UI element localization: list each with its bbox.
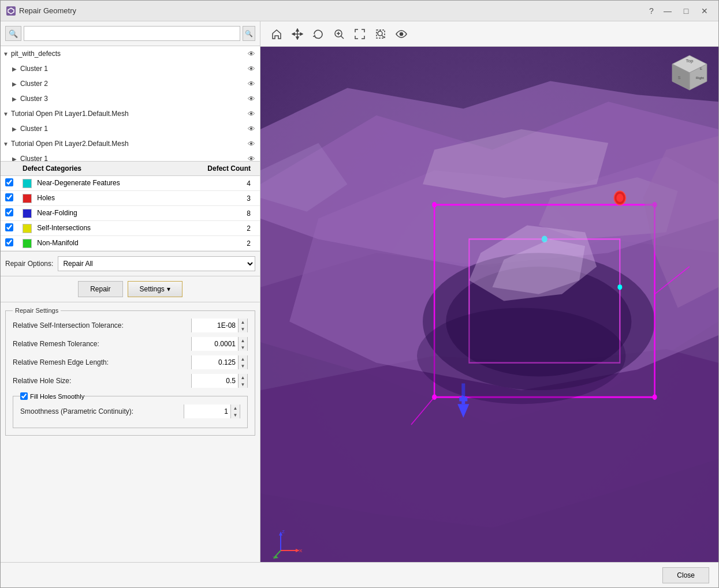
smoothness-up-button[interactable]: ▲ [231,405,240,411]
tree-item-layer1[interactable]: ▼ Tutorial Open Pit Layer1.Default.Mesh … [1,106,260,121]
home-view-button[interactable] [267,25,286,43]
tree-item-cluster1-a[interactable]: ▶ Cluster 1 👁 [1,61,260,76]
repair-settings-legend: Repair Settings [13,307,61,314]
settings-field-input-1[interactable] [192,337,238,351]
eye-icon[interactable]: 👁 [245,152,258,162]
col-checkbox [1,162,18,176]
defect-color-swatch [23,179,32,188]
smoothness-down-button[interactable]: ▼ [231,411,240,418]
settings-row-0: Relative Self-Intersection Tolerance: ▲ … [13,319,248,332]
defect-checkbox-4[interactable] [5,238,13,246]
defect-count: 2 [176,236,260,251]
svg-line-8 [341,36,344,39]
svg-marker-6 [300,33,303,35]
spinner-down-button-3[interactable]: ▼ [239,381,247,388]
eye-icon[interactable]: 👁 [245,122,258,135]
minimize-button[interactable]: — [660,5,676,17]
tree-item-cluster3-a[interactable]: ▶ Cluster 3 👁 [1,91,260,106]
settings-button[interactable]: Settings ▾ [128,281,182,297]
svg-marker-3 [296,29,299,31]
fill-holes-text: Fill Holes Smoothly [30,393,84,400]
search-button[interactable]: 🔍 [5,26,21,41]
tree-item-cluster2-a[interactable]: ▶ Cluster 2 👁 [1,76,260,91]
eye-icon[interactable]: 👁 [245,77,258,90]
zoom-button[interactable] [330,25,348,43]
close-button[interactable]: ✕ [696,5,713,17]
smoothness-label: Smoothness (Parametric Continuity): [20,407,179,415]
svg-point-29 [653,394,657,400]
defect-checkbox-1[interactable] [5,193,13,201]
settings-field-label: Relative Self-Intersection Tolerance: [13,321,187,329]
spinner-down-button-0[interactable]: ▼ [239,325,247,332]
spinner-down-button-2[interactable]: ▼ [239,362,247,369]
box-zoom-button[interactable] [371,25,390,43]
svg-text:E: E [700,67,702,70]
eye-icon[interactable]: 👁 [245,107,258,120]
svg-point-33 [616,194,623,202]
defect-label: Near-Folding [37,209,77,217]
fill-holes-checkbox[interactable] [20,392,28,400]
defect-checkbox-0[interactable] [5,178,13,186]
tree-item-label: Cluster 1 [20,125,245,133]
window-title: Repair Geometry [19,6,643,15]
settings-input-wrapper: ▲ ▼ [191,319,248,332]
spinner-up-button-2[interactable]: ▲ [239,355,247,362]
smoothness-input[interactable]: 1 [184,405,230,418]
right-panel: Top Right S E Z [260,21,718,562]
spinner-up-button-1[interactable]: ▲ [239,337,247,344]
tree-item-layer2[interactable]: ▼ Tutorial Open Pit Layer2.Default.Mesh … [1,136,260,151]
eye-icon[interactable]: 👁 [245,62,258,75]
settings-input-wrapper: ▲ ▼ [191,374,248,388]
repair-buttons-row: Repair Settings ▾ [1,276,260,302]
svg-marker-0 [8,8,14,14]
fill-holes-label[interactable]: Fill Holes Smoothly [20,392,84,400]
defect-checkbox-3[interactable] [5,223,13,231]
bottom-bar: Close [1,562,718,587]
eye-icon[interactable]: 👁 [245,92,258,105]
spinner-0: ▲ ▼ [238,319,247,332]
search-input[interactable] [24,26,240,41]
axes-indicator: Z X Y [272,527,301,556]
defect-color-swatch [23,194,32,203]
fill-holes-group: Fill Holes Smoothly Smoothness (Parametr… [13,392,248,428]
repair-button[interactable]: Repair [78,281,122,297]
eye-icon[interactable]: 👁 [245,47,258,60]
viewport-3d[interactable]: Top Right S E Z [260,47,718,562]
settings-arrow-icon: ▾ [167,285,170,293]
help-button[interactable]: ? [643,5,660,17]
fit-button[interactable] [351,25,369,43]
spinner-down-button-1[interactable]: ▼ [239,344,247,351]
defect-label: Self-Intersections [37,224,91,232]
defect-count: 3 [176,191,260,206]
svg-point-39 [417,308,625,404]
settings-field-input-2[interactable] [192,355,238,369]
settings-field-input-3[interactable] [192,374,238,388]
spinner-up-button-3[interactable]: ▲ [239,374,247,381]
repair-options-label: Repair Options: [5,260,53,268]
defect-color-swatch [23,224,32,233]
chevron-icon: ▶ [12,81,20,87]
rotate-button[interactable] [309,25,327,43]
repair-options-select[interactable]: Repair All Repair Selected [58,256,255,271]
svg-point-31 [617,284,622,290]
settings-field-label: Relative Remesh Edge Length: [13,358,187,366]
pan-button[interactable] [288,25,307,43]
maximize-button[interactable]: □ [678,5,694,17]
tree-item-cluster1-b[interactable]: ▶ Cluster 1 👁 [1,121,260,136]
svg-point-26 [432,202,437,208]
defect-checkbox-2[interactable] [5,208,13,216]
tree-item-cluster1-c[interactable]: ▶ Cluster 1 👁 [1,151,260,162]
defect-color-swatch [23,209,32,218]
tree-item-pit-with-defects[interactable]: ▼ pit_with_defects 👁 [1,46,260,61]
defect-table-row: Near-Degenerate Features 4 [1,176,260,191]
cube-navigator[interactable]: Top Right S E [666,53,713,99]
tree-item-label: Cluster 1 [20,65,245,73]
settings-field-input-0[interactable] [192,319,238,332]
eye-icon[interactable]: 👁 [245,137,258,150]
eye-view-button[interactable] [392,25,411,43]
svg-point-14 [400,32,403,35]
spinner-up-button-0[interactable]: ▲ [239,319,247,325]
chevron-icon: ▶ [12,156,20,162]
search-clear-button[interactable]: 🔍 [243,26,255,41]
close-dialog-button[interactable]: Close [662,567,709,583]
